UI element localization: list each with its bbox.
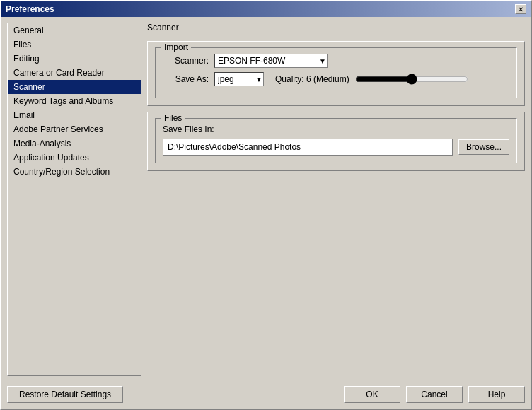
quality-slider[interactable] [355,72,468,86]
main-content: General Files Editing Camera or Card Rea… [1,17,531,382]
sidebar-item-email[interactable]: Email [8,108,141,122]
quality-label: Quality: 6 (Medium) [275,74,349,84]
files-group-inner: Files Save Files In: D:\Pictures\Adobe\S… [155,118,517,163]
save-as-dropdown-container: jpeg png tiff bmp ▼ [214,72,264,86]
main-panel: Scanner Import Scanner: EPSON FF-680W ▼ [147,23,525,376]
save-as-label: Save As: [163,74,209,84]
sidebar-item-app-updates[interactable]: Application Updates [8,151,141,165]
save-files-label: Save Files In: [163,124,509,134]
title-bar: Preferences ✕ [1,1,531,17]
close-button[interactable]: ✕ [515,4,526,14]
ok-button[interactable]: OK [344,386,400,403]
panel-title: Scanner [147,23,525,33]
save-as-select[interactable]: jpeg png tiff bmp [214,72,264,86]
import-group-inner: Import Scanner: EPSON FF-680W ▼ Save As: [155,47,517,98]
browse-button[interactable]: Browse... [458,139,509,155]
import-group: Import Scanner: EPSON FF-680W ▼ Save As: [147,41,525,106]
save-files-row: D:\Pictures\Adobe\Scanned Photos Browse.… [163,139,509,156]
cancel-button[interactable]: Cancel [406,386,463,403]
sidebar-item-scanner[interactable]: Scanner [8,80,141,94]
scanner-row: Scanner: EPSON FF-680W ▼ [163,54,509,68]
footer: Restore Default Settings OK Cancel Help [1,382,531,409]
scanner-dropdown-container: EPSON FF-680W ▼ [214,54,328,68]
sidebar-item-country-region[interactable]: Country/Region Selection [8,165,141,179]
quality-section: Quality: 6 (Medium) [275,72,468,86]
scanner-select[interactable]: EPSON FF-680W [214,54,328,68]
sidebar-item-keyword-tags[interactable]: Keyword Tags and Albums [8,94,141,108]
window-title: Preferences [6,4,54,14]
sidebar-item-camera[interactable]: Camera or Card Reader [8,66,141,80]
files-path: D:\Pictures\Adobe\Scanned Photos [163,139,453,156]
restore-defaults-button[interactable]: Restore Default Settings [7,386,123,403]
files-group: Files Save Files In: D:\Pictures\Adobe\S… [147,112,525,171]
sidebar-item-media-analysis[interactable]: Media-Analysis [8,136,141,151]
help-button[interactable]: Help [468,386,525,403]
import-group-label: Import [161,42,191,52]
files-group-label: Files [161,113,185,123]
footer-left: Restore Default Settings [7,386,123,403]
preferences-window: Preferences ✕ General Files Editing Came… [0,0,532,410]
sidebar-item-general[interactable]: General [8,23,141,37]
sidebar-item-editing[interactable]: Editing [8,52,141,66]
quality-slider-container [355,72,468,86]
sidebar: General Files Editing Camera or Card Rea… [7,23,141,376]
scanner-label: Scanner: [163,56,209,66]
sidebar-item-adobe-partner[interactable]: Adobe Partner Services [8,122,141,136]
footer-right: OK Cancel Help [344,386,525,403]
sidebar-item-files[interactable]: Files [8,37,141,52]
save-as-row: Save As: jpeg png tiff bmp ▼ Quality: 6 [163,72,509,86]
